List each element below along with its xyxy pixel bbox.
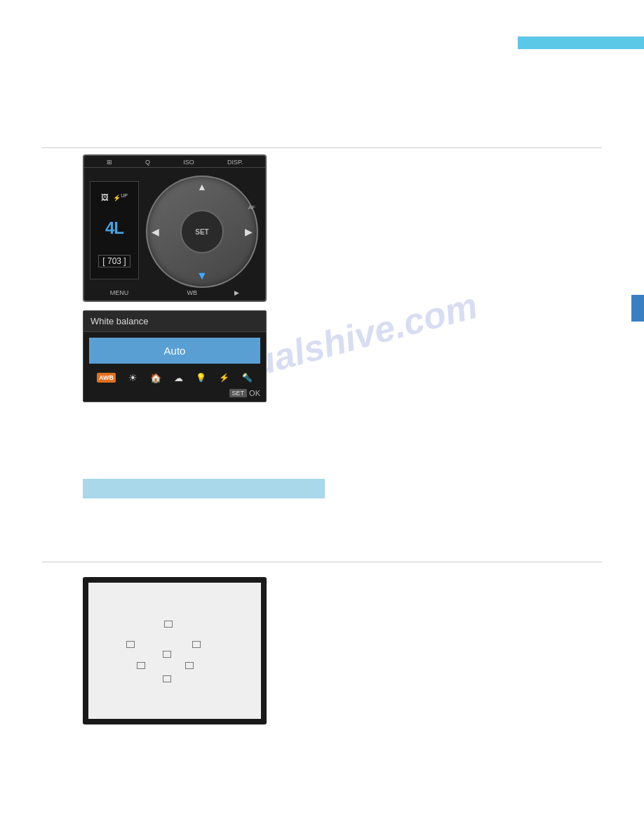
wb-awb-icon[interactable]: AWB	[97, 373, 116, 383]
viewfinder-panel	[83, 577, 267, 724]
af-point-center-top	[164, 621, 173, 628]
dpad-ring[interactable]: ▲ ▼ ◀ ▶ SET AF	[146, 176, 258, 288]
panel-label-grid: ⊞	[107, 159, 112, 166]
wb-fluorescent-icon[interactable]: ⚡	[219, 373, 229, 383]
ok-text: OK	[249, 389, 260, 397]
wb-menu-title: White balance	[83, 311, 266, 332]
af-point-mid-right	[192, 641, 201, 648]
dpad-up-button[interactable]: ▲	[197, 181, 207, 192]
playback-label[interactable]: ▶	[234, 289, 239, 296]
panel-label-disp: DISP.	[227, 159, 243, 166]
top-accent-bar	[518, 37, 644, 49]
right-section-tab	[631, 295, 644, 322]
flash-icon: ⚡UP	[113, 193, 128, 201]
wb-cloudy-icon[interactable]: ☁	[174, 373, 183, 383]
panel-bottom-labels: MENU WB ▶	[84, 289, 265, 296]
wb-tungsten-icon[interactable]: 💡	[196, 373, 206, 383]
wb-label: WB	[187, 289, 197, 296]
menu-label[interactable]: MENU	[110, 289, 129, 296]
shots-remaining: [ 703 ]	[98, 255, 130, 267]
panel-left-info: 🖼 ⚡UP 4L [ 703 ]	[90, 181, 139, 279]
white-balance-menu: White balance Auto AWB ☀ 🏠 ☁ 💡 ⚡ 🔦 SET O…	[83, 310, 267, 402]
af-point-bottom	[163, 675, 171, 682]
dpad-area[interactable]: ▲ ▼ ◀ ▶ SET AF	[146, 176, 262, 291]
wb-icons-row: AWB ☀ 🏠 ☁ 💡 ⚡ 🔦	[83, 368, 266, 386]
top-divider	[42, 147, 602, 148]
af-point-mid-left	[126, 641, 135, 648]
af-point-lower-left	[137, 662, 145, 669]
scene-icon: 🖼	[101, 193, 109, 201]
set-label: SET	[195, 228, 208, 236]
set-button[interactable]: SET	[180, 210, 224, 253]
dpad-down-button[interactable]: ▼	[196, 270, 208, 282]
wb-auto-option[interactable]: Auto	[89, 338, 260, 364]
panel-label-iso: ISO	[183, 159, 194, 166]
dpad-label-af: AF	[248, 204, 255, 211]
section-highlight-bar	[83, 479, 325, 498]
bottom-divider	[42, 562, 602, 562]
image-size-display: 4L	[105, 218, 123, 238]
wb-menu-footer: SET OK	[83, 386, 266, 402]
af-point-center	[163, 651, 171, 658]
af-point-lower-right	[185, 662, 194, 669]
viewfinder-screen	[88, 583, 261, 719]
dpad-right-button[interactable]: ▶	[245, 226, 253, 237]
wb-flash-icon[interactable]: 🔦	[242, 373, 253, 383]
panel-label-q: Q	[145, 159, 150, 166]
wb-daylight-icon[interactable]: ☀	[128, 372, 137, 383]
panel-top-labels: ⊞ Q ISO DISP.	[84, 156, 265, 168]
camera-control-panel: ⊞ Q ISO DISP. 🖼 ⚡UP 4L [ 703 ] ▲ ▼ ◀ ▶ S…	[83, 154, 267, 302]
dpad-left-button[interactable]: ◀	[152, 226, 159, 237]
panel-icons-row: 🖼 ⚡UP	[101, 193, 128, 201]
set-badge: SET	[229, 389, 248, 397]
wb-shade-icon[interactable]: 🏠	[150, 373, 161, 383]
